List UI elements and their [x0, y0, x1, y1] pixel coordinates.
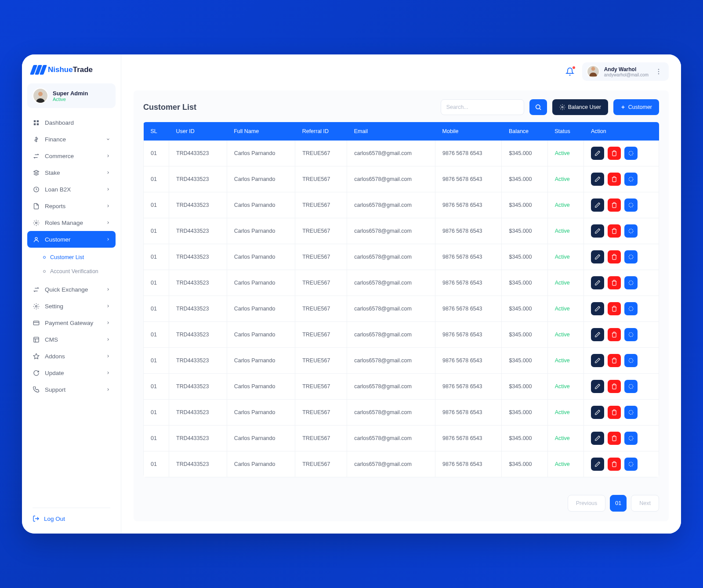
user-chip[interactable]: Andy Warhol andywarhol@mail.com [582, 62, 669, 81]
cell-status: Active [547, 400, 584, 426]
process-button[interactable] [624, 354, 638, 367]
process-button[interactable] [624, 198, 638, 212]
edit-button[interactable] [591, 198, 604, 212]
trash-icon [611, 280, 617, 286]
cell-user-id: TRD4433523 [169, 451, 227, 477]
delete-button[interactable] [608, 224, 621, 238]
delete-button[interactable] [608, 328, 621, 341]
sidebar-item-support[interactable]: Support [27, 381, 116, 398]
edit-icon [594, 306, 601, 312]
gear-icon [559, 104, 565, 110]
delete-button[interactable] [608, 380, 621, 393]
edit-button[interactable] [591, 328, 604, 341]
balance-user-button[interactable]: Balance User [552, 99, 608, 115]
nav-label: Quick Exchange [45, 286, 88, 293]
logout-link[interactable]: Log Out [33, 508, 110, 522]
cell-email: carlos6578@gmail.com [347, 400, 435, 426]
delete-button[interactable] [608, 458, 621, 471]
delete-button[interactable] [608, 276, 621, 289]
cell-status: Active [547, 451, 584, 477]
sub-item-customer-list[interactable]: Customer List [39, 250, 116, 264]
main: Andy Warhol andywarhol@mail.com Customer… [121, 54, 681, 534]
sidebar-item-payment-gateway[interactable]: Payment Gateway [27, 314, 116, 331]
delete-button[interactable] [608, 354, 621, 367]
process-button[interactable] [624, 328, 638, 341]
user-email: andywarhol@mail.com [604, 72, 649, 77]
delete-button[interactable] [608, 432, 621, 445]
edit-button[interactable] [591, 458, 604, 471]
cell-user-id: TRD4433523 [169, 400, 227, 426]
process-button[interactable] [624, 432, 638, 445]
svg-point-20 [629, 229, 633, 233]
add-customer-button[interactable]: Customer [613, 99, 659, 115]
cell-balance: $345.000 [502, 218, 547, 244]
cell-status: Active [547, 348, 584, 374]
delete-button[interactable] [608, 147, 621, 160]
cell-mobile: 9876 5678 6543 [435, 451, 502, 477]
edit-button[interactable] [591, 380, 604, 393]
search-button[interactable] [529, 99, 547, 115]
delete-button[interactable] [608, 406, 621, 419]
process-button[interactable] [624, 147, 638, 160]
delete-button[interactable] [608, 198, 621, 212]
process-button[interactable] [624, 173, 638, 186]
process-button[interactable] [624, 224, 638, 238]
nav-label: Loan B2X [45, 186, 71, 193]
edit-button[interactable] [591, 432, 604, 445]
sidebar-item-dashboard[interactable]: Dashboard [27, 114, 116, 131]
process-button[interactable] [624, 250, 638, 263]
brand-logo[interactable]: NishueTrade [22, 63, 121, 83]
cell-mobile: 9876 5678 6543 [435, 322, 502, 348]
chevron-right-icon [106, 170, 110, 175]
prev-page-button[interactable]: Previous [568, 495, 606, 512]
cell-ref: TREUE567 [295, 270, 347, 296]
sub-item-account-verification[interactable]: Account Verification [39, 264, 116, 278]
edit-button[interactable] [591, 224, 604, 238]
edit-button[interactable] [591, 302, 604, 315]
page-1-button[interactable]: 01 [610, 495, 627, 512]
edit-button[interactable] [591, 276, 604, 289]
sidebar-item-addons[interactable]: Addons [27, 348, 116, 364]
delete-button[interactable] [608, 302, 621, 315]
more-icon[interactable] [653, 66, 664, 77]
search-input[interactable] [441, 99, 524, 115]
sidebar-item-quick-exchange[interactable]: Quick Exchange [27, 281, 116, 298]
edit-button[interactable] [591, 250, 604, 263]
process-button[interactable] [624, 302, 638, 315]
edit-button[interactable] [591, 147, 604, 160]
loading-icon [628, 306, 634, 312]
sidebar-item-stake[interactable]: Stake [27, 164, 116, 181]
cell-user-id: TRD4433523 [169, 426, 227, 451]
sidebar-item-update[interactable]: Update [27, 364, 116, 381]
panel: Customer List Balance User [134, 90, 669, 521]
next-page-button[interactable]: Next [631, 495, 659, 512]
cell-sl: 01 [144, 296, 169, 322]
page-title: Customer List [143, 103, 196, 112]
sidebar-item-reports[interactable]: Reports [27, 198, 116, 214]
edit-button[interactable] [591, 173, 604, 186]
trash-icon [611, 176, 617, 182]
edit-button[interactable] [591, 354, 604, 367]
sidebar-item-finance[interactable]: Finance [27, 131, 116, 148]
chevron-down-icon [106, 137, 110, 141]
sidebar-item-setting[interactable]: Setting [27, 298, 116, 314]
cell-email: carlos6578@gmail.com [347, 296, 435, 322]
sidebar-item-cms[interactable]: CMS [27, 331, 116, 348]
sidebar-item-roles-manage[interactable]: Roles Manage [27, 214, 116, 231]
delete-button[interactable] [608, 173, 621, 186]
sidebar-item-loan-b2x[interactable]: Loan B2X [27, 181, 116, 198]
sidebar-item-customer[interactable]: Customer [27, 231, 116, 248]
sidebar-item-commerce[interactable]: Commerce [27, 148, 116, 164]
process-button[interactable] [624, 458, 638, 471]
notifications-icon[interactable] [565, 67, 574, 76]
table-row: 01TRD4433523Carlos ParnandoTREUE567carlo… [144, 451, 659, 477]
cell-balance: $345.000 [502, 348, 547, 374]
edit-button[interactable] [591, 406, 604, 419]
stack-icon [33, 169, 40, 176]
profile-card[interactable]: Super Admin Active [27, 83, 116, 108]
process-button[interactable] [624, 380, 638, 393]
process-button[interactable] [624, 276, 638, 289]
avatar [33, 88, 48, 104]
delete-button[interactable] [608, 250, 621, 263]
process-button[interactable] [624, 406, 638, 419]
